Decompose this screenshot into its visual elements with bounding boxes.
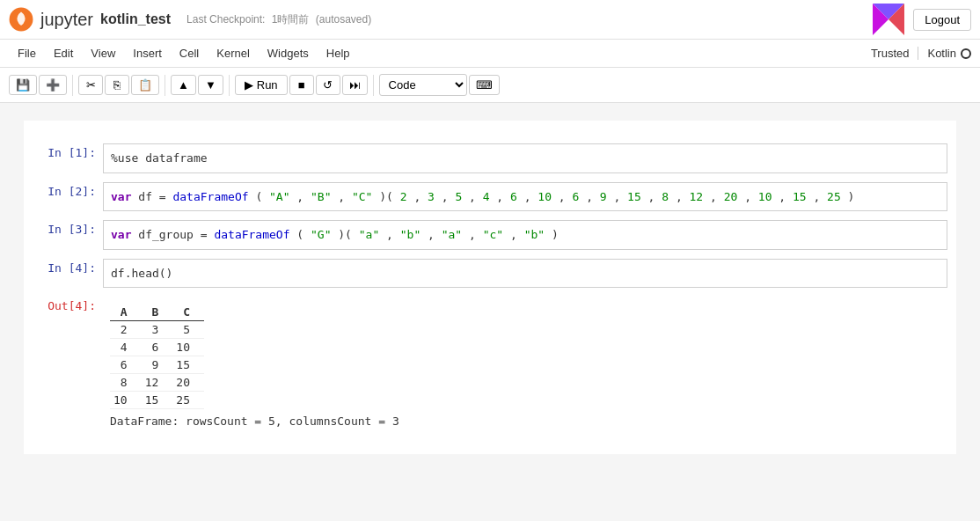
keyboard-shortcuts-button[interactable]: ⌨ [469, 75, 500, 95]
move-down-button[interactable]: ▼ [198, 75, 223, 95]
cell-4: In [4]: df.head() [24, 255, 956, 292]
cell-2: In [2]: var df = dataFrameOf ( "A" , "B"… [24, 179, 956, 216]
table-cell: 25 [172, 392, 204, 409]
logo-area: jupyter kotlin_test Last Checkpoint: 1時間… [9, 7, 371, 32]
notebook-container: In [1]: %use dataframe In [2]: var df = … [24, 121, 956, 454]
table-cell: 15 [172, 356, 204, 374]
cell-2-input[interactable]: var df = dataFrameOf ( "A" , "B" , "C" )… [103, 182, 947, 212]
toolbar: 💾 ➕ ✂ ⎘ 📋 ▲ ▼ ▶ Run ■ ↺ ⏭ Code ⌨ [0, 68, 980, 103]
cell-3: In [3]: var df_group = dataFrameOf ( "G"… [24, 216, 956, 253]
move-up-button[interactable]: ▲ [171, 75, 196, 95]
jupyter-logo-icon [9, 7, 33, 32]
paste-button[interactable]: 📋 [131, 75, 159, 95]
cell-3-space: df_group = [138, 228, 214, 241]
table-header-row: A B C [110, 304, 204, 321]
cell-3-label: In [3]: [24, 220, 103, 236]
cell-2-comma2: , [338, 190, 352, 203]
col-header-c: C [172, 304, 204, 321]
toolbar-separator-4 [373, 75, 374, 96]
table-cell: 8 [110, 374, 142, 392]
table-cell: 20 [172, 374, 204, 392]
menu-insert[interactable]: Insert [124, 43, 171, 63]
table-cell: 15 [142, 392, 173, 409]
table-row: 6915 [110, 356, 204, 374]
add-cell-button[interactable]: ➕ [39, 75, 67, 95]
table-body: 2354610691581220101525 [110, 321, 204, 409]
output-table: A B C 2354610691581220101525 [110, 304, 204, 409]
table-cell: 5 [172, 321, 204, 339]
table-cell: 9 [142, 356, 173, 374]
table-cell: 6 [142, 339, 173, 356]
app-name: jupyter [40, 10, 93, 30]
cell-2-str3: "C" [352, 190, 372, 203]
header-right: Logout [873, 4, 971, 35]
cell-2-plain2: )( [379, 190, 393, 203]
table-cell: 4 [110, 339, 142, 356]
fast-forward-button[interactable]: ⏭ [342, 75, 368, 95]
save-button[interactable]: 💾 [9, 75, 37, 95]
cell-2-comma1: , [296, 190, 311, 203]
menu-cell[interactable]: Cell [171, 43, 208, 63]
copy-button[interactable]: ⎘ [105, 75, 129, 95]
table-cell: 12 [142, 374, 173, 392]
trusted-area: Trusted Kotlin [871, 47, 971, 60]
table-row: 81220 [110, 374, 204, 392]
cell-3-fn: dataFrameOf [214, 228, 289, 241]
menu-view[interactable]: View [82, 43, 124, 63]
menu-file[interactable]: File [9, 43, 45, 63]
run-button[interactable]: ▶ Run [235, 75, 288, 95]
table-cell: 3 [142, 321, 173, 339]
cell-4-input[interactable]: df.head() [103, 259, 947, 289]
menu-edit[interactable]: Edit [45, 43, 82, 63]
table-cell: 2 [110, 321, 142, 339]
kernel-status-circle [961, 48, 971, 59]
toolbar-separator-1 [72, 75, 73, 96]
kernel-name: Kotlin [927, 47, 956, 60]
cell-1-label: In [1]: [24, 143, 103, 159]
cell-2-space1: df = [138, 190, 172, 203]
cell-2-str2: "B" [311, 190, 331, 203]
kernel-indicator: Kotlin [918, 47, 971, 60]
cell-4-label: In [4]: [24, 259, 103, 275]
table-cell: 10 [172, 339, 204, 356]
table-cell: 6 [110, 356, 142, 374]
logout-button[interactable]: Logout [913, 9, 971, 31]
cell-2-fn: dataFrameOf [172, 190, 248, 203]
output-cell: Out[4]: A B C 2354610691581220101525 Dat… [24, 293, 956, 435]
checkpoint-info: Last Checkpoint: 1時間前 (autosaved) [186, 12, 371, 27]
notebook-title[interactable]: kotlin_test [100, 11, 171, 27]
col-header-a: A [110, 304, 142, 321]
cell-1-code: %use dataframe [111, 151, 208, 165]
run-label: Run [257, 78, 278, 92]
trusted-label: Trusted [871, 47, 910, 60]
cell-2-str1: "A" [269, 190, 289, 203]
cell-1-input[interactable]: %use dataframe [103, 143, 947, 173]
stop-button[interactable]: ■ [289, 75, 314, 95]
cell-2-plain1: ( [255, 190, 262, 203]
toolbar-separator-3 [229, 75, 230, 96]
main-content: In [1]: %use dataframe In [2]: var df = … [0, 103, 980, 521]
cell-2-kw1: var [111, 190, 131, 203]
dataframe-summary: DataFrame: rowsCount = 5, columnsCount =… [110, 415, 940, 428]
restart-button[interactable]: ↺ [316, 75, 340, 95]
menubar: File Edit View Insert Cell Kernel Widget… [0, 40, 980, 68]
cell-3-input[interactable]: var df_group = dataFrameOf ( "G" )( "a" … [103, 220, 947, 250]
cell-2-num: 2 [400, 190, 407, 203]
table-row: 101525 [110, 392, 204, 409]
cell-1: In [1]: %use dataframe [24, 140, 956, 177]
menu-widgets[interactable]: Widgets [259, 43, 318, 63]
table-cell: 10 [110, 392, 142, 409]
cell-type-select[interactable]: Code [379, 74, 467, 96]
output-label: Out[4]: [24, 297, 103, 312]
cut-button[interactable]: ✂ [78, 75, 103, 95]
cell-3-kw: var [111, 228, 131, 241]
cell-4-code: df.head() [111, 267, 172, 280]
table-row: 235 [110, 321, 204, 339]
col-header-b: B [142, 304, 173, 321]
run-icon: ▶ [245, 78, 253, 92]
menu-help[interactable]: Help [318, 43, 359, 63]
header: jupyter kotlin_test Last Checkpoint: 1時間… [0, 0, 980, 40]
toolbar-separator-2 [165, 75, 165, 96]
menu-kernel[interactable]: Kernel [208, 43, 259, 63]
cell-2-label: In [2]: [24, 182, 103, 198]
